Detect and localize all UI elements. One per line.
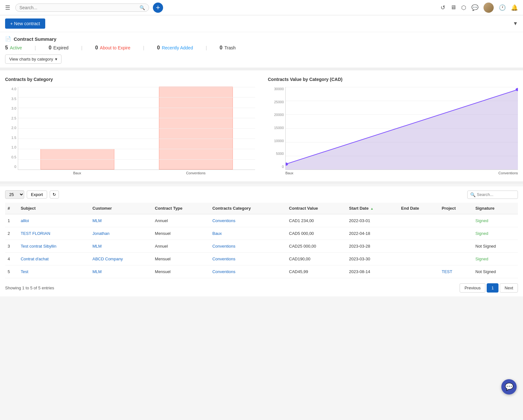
category-link[interactable]: Conventions: [212, 257, 235, 261]
screen-icon[interactable]: 🖥: [450, 4, 456, 11]
recent-label[interactable]: Recently Added: [162, 45, 193, 50]
bar-conventions: [159, 87, 233, 170]
customer-link[interactable]: ABCD Company: [92, 257, 123, 261]
about-label[interactable]: About to Expire: [100, 45, 131, 50]
cell-start-date: 2023-08-14: [347, 265, 399, 278]
toolbar: + New contract ▼: [0, 15, 523, 32]
charts-section: Contracts by Category 4.0 3.5 3.0 2.5 2.…: [0, 70, 523, 181]
stat-trash: 0 Trash: [220, 45, 236, 51]
cell-customer: ABCD Company: [90, 253, 152, 265]
col-customer: Customer: [90, 203, 152, 214]
table-search-wrap: 🔍: [467, 191, 518, 199]
section-divider-2: [0, 181, 523, 184]
search-icon[interactable]: 🔍: [140, 5, 145, 10]
x-label-conventions: Conventions: [137, 171, 255, 175]
customer-link[interactable]: MLM: [92, 269, 102, 274]
table-header-row: # Subject Customer Contract Type Contrac…: [5, 203, 518, 214]
cell-category: Conventions: [210, 265, 287, 278]
cell-project: [439, 214, 473, 227]
category-link[interactable]: Conventions: [212, 218, 235, 223]
summary-title: 📄 Contract Summary: [5, 36, 518, 42]
new-contract-button[interactable]: + New contract: [5, 18, 45, 29]
col-end-date: End Date: [398, 203, 439, 214]
trash-count: 0: [220, 45, 223, 51]
y-label: 5000: [268, 152, 284, 156]
col-project: Project: [439, 203, 473, 214]
expired-label[interactable]: Expired: [54, 45, 68, 50]
y-label: 10000: [268, 139, 284, 143]
per-page-select[interactable]: 25 50 100: [5, 190, 24, 199]
cell-num: 3: [5, 240, 18, 253]
customer-link[interactable]: MLM: [92, 218, 102, 223]
subject-link[interactable]: Contrat d'achat: [21, 257, 49, 261]
category-link[interactable]: Conventions: [212, 269, 235, 274]
add-button[interactable]: +: [153, 3, 163, 13]
about-count: 0: [95, 45, 98, 51]
cell-signature: Signed: [473, 214, 518, 227]
stat-recent: 0 Recently Added: [157, 45, 193, 51]
subject-link[interactable]: Test contrat Sibyllin: [21, 244, 56, 249]
table-search-input[interactable]: [477, 192, 515, 197]
bell-icon[interactable]: 🔔: [511, 4, 518, 11]
pagination-buttons: Previous 1 Next: [460, 283, 518, 293]
cell-project: [439, 240, 473, 253]
y-label: 3.0: [5, 106, 16, 110]
stat-about: 0 About to Expire: [95, 45, 131, 51]
cell-start-date: 2022-04-18: [347, 227, 399, 240]
y-label: 4.0: [5, 87, 16, 91]
cell-contract-type: Mensuel: [152, 227, 210, 240]
search-input[interactable]: [19, 5, 140, 10]
sep3: |: [143, 45, 144, 50]
category-link[interactable]: Conventions: [212, 244, 235, 249]
y-label: 0.5: [5, 155, 16, 159]
project-link[interactable]: TEST: [442, 269, 452, 274]
section-divider-1: [0, 68, 523, 70]
active-label[interactable]: Active: [10, 45, 22, 50]
y-label: 15000: [268, 126, 284, 130]
page-1-button[interactable]: 1: [487, 283, 498, 293]
clock-icon[interactable]: 🕐: [499, 4, 506, 11]
next-button[interactable]: Next: [500, 283, 518, 293]
customer-link[interactable]: MLM: [92, 244, 102, 249]
filter-button[interactable]: ▼: [513, 21, 518, 26]
cell-num: 5: [5, 265, 18, 278]
y-label: 1.0: [5, 145, 16, 149]
cell-category: Conventions: [210, 214, 287, 227]
summary-stats: 5 Active | 0 Expired | 0 About to Expire…: [5, 45, 518, 51]
cell-signature: Not Signed: [473, 240, 518, 253]
sep1: |: [35, 45, 36, 50]
history-icon[interactable]: ↺: [441, 4, 445, 11]
table-row: 5 Test MLM Mensuel Conventions CAD45,99 …: [5, 265, 518, 278]
cell-customer: MLM: [90, 214, 152, 227]
share-icon[interactable]: ⬡: [461, 4, 466, 11]
previous-button[interactable]: Previous: [460, 283, 485, 293]
stat-active: 5 Active: [5, 45, 22, 51]
cell-subject: Test contrat Sibyllin: [18, 240, 90, 253]
bar-chart-container: Contracts by Category 4.0 3.5 3.0 2.5 2.…: [5, 77, 255, 175]
x-label-baux: Baux: [18, 171, 137, 175]
col-start-date: Start Date ▲: [347, 203, 399, 214]
table-body: 1 allloi MLM Annuel Conventions CAD1 234…: [5, 214, 518, 278]
subject-link[interactable]: allloi: [21, 218, 29, 223]
avatar[interactable]: [484, 3, 494, 13]
subject-link[interactable]: TEST FLORIAN: [21, 231, 50, 236]
cell-category: Conventions: [210, 240, 287, 253]
category-link[interactable]: Baux: [212, 231, 222, 236]
export-button[interactable]: Export: [27, 191, 47, 199]
stat-expired: 0 Expired: [49, 45, 68, 51]
y-label: 20000: [268, 113, 284, 117]
customer-link[interactable]: Jonathan: [92, 231, 110, 236]
comment-icon[interactable]: 💬: [471, 4, 478, 11]
cell-contract-type: Annuel: [152, 240, 210, 253]
col-category: Contracts Category: [210, 203, 287, 214]
refresh-button[interactable]: ↻: [50, 191, 59, 199]
view-charts-button[interactable]: View charts by category ▾: [5, 54, 61, 64]
cell-end-date: [398, 265, 439, 278]
chevron-down-icon: ▾: [55, 57, 57, 62]
subject-link[interactable]: Test: [21, 269, 28, 274]
y-label: 3.5: [5, 97, 16, 101]
col-num: #: [5, 203, 18, 214]
trash-label[interactable]: Trash: [225, 45, 236, 50]
menu-icon[interactable]: ☰: [5, 4, 10, 11]
document-icon: 📄: [5, 36, 11, 42]
